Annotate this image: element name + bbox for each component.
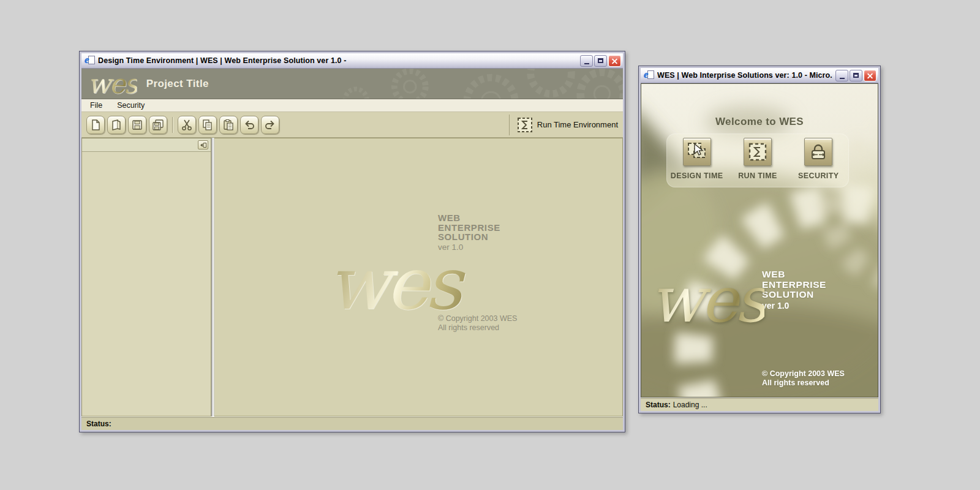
toolbar: Run Time Environment (81, 112, 623, 138)
maximize-icon (853, 73, 859, 78)
redo-icon (264, 119, 276, 131)
redo-button[interactable] (261, 116, 279, 134)
status-label: Status: (86, 420, 111, 428)
cut-button[interactable] (178, 116, 196, 134)
minimize-button[interactable] (580, 55, 593, 67)
design-time-launcher: DESIGN TIME (668, 138, 726, 180)
design-time-window: e Design Time Environment | WES | Web En… (79, 51, 625, 432)
brand-wordmark: WEB ENTERPRISE SOLUTION (762, 270, 826, 300)
minimize-button[interactable] (835, 70, 848, 81)
paste-button[interactable] (219, 116, 238, 134)
design-time-label: DESIGN TIME (671, 172, 723, 180)
explorer-sidebar (81, 138, 211, 417)
welcome-window-titlebar[interactable]: e WES | Web Interprise Solutions ver: 1.… (641, 68, 878, 83)
collapse-panel-button[interactable] (198, 140, 208, 149)
brand-wordmark: WEB ENTERPRISE SOLUTION (438, 213, 536, 242)
copy-icon (202, 119, 214, 131)
project-title: Project Title (146, 78, 209, 90)
undo-icon (243, 119, 255, 131)
design-time-icon (687, 141, 707, 162)
status-label: Status: (646, 401, 671, 409)
new-document-icon (89, 119, 102, 131)
run-time-launcher: RUN TIME (728, 138, 787, 180)
save-all-icon (152, 119, 164, 131)
sidebar-body (82, 152, 211, 416)
save-icon (131, 119, 143, 131)
save-button[interactable] (128, 116, 146, 134)
splash-photo-area: Welcome to WES DESIGN TIME (641, 83, 878, 398)
run-time-label: RUN TIME (738, 172, 777, 180)
workspace: WEB ENTERPRISE SOLUTION ver 1.0 wes © Co… (81, 138, 623, 417)
welcome-window: e WES | Web Interprise Solutions ver: 1.… (638, 66, 881, 413)
undo-button[interactable] (240, 116, 258, 134)
close-button[interactable] (608, 55, 621, 67)
runtime-environment-label: Run Time Environment (537, 120, 618, 129)
copy-button[interactable] (198, 116, 217, 134)
menu-file[interactable]: File (90, 101, 102, 110)
maximize-button[interactable] (594, 55, 607, 67)
center-brand-block: WEB ENTERPRISE SOLUTION ver 1.0 wes © Co… (328, 213, 536, 333)
new-document-button[interactable] (86, 116, 105, 134)
copyright-text: © Copyright 2003 WES All rights reserved (762, 369, 845, 388)
run-time-icon (517, 117, 533, 133)
ie-browser-icon: e (644, 70, 654, 80)
run-time-icon (747, 141, 768, 162)
collapse-panel-icon (200, 143, 203, 147)
app-banner: wes Project Title (81, 69, 623, 99)
status-value: Loading ... (673, 401, 707, 409)
save-all-button[interactable] (149, 116, 167, 134)
welcome-status-bar: Status: Loading ... (641, 398, 878, 411)
runtime-environment-launcher[interactable]: Run Time Environment (509, 115, 618, 135)
welcome-window-title: WES | Web Interprise Solutions ver: 1.0 … (657, 71, 832, 80)
splash-brand-block: WEB ENTERPRISE SOLUTION ver 1.0 (762, 270, 826, 311)
toolbar-separator (172, 117, 173, 133)
security-launcher: SECURITY (789, 138, 848, 180)
ie-browser-icon: e (85, 56, 95, 66)
wes-banner-logo: wes (88, 73, 137, 95)
design-time-button[interactable] (683, 138, 711, 166)
close-button[interactable] (864, 70, 876, 81)
security-lock-icon (808, 141, 829, 162)
open-document-button[interactable] (107, 116, 126, 134)
design-window-titlebar[interactable]: e Design Time Environment | WES | Web En… (81, 53, 623, 69)
minimize-icon (584, 63, 589, 64)
maximize-icon (598, 58, 603, 63)
maximize-button[interactable] (850, 70, 862, 81)
wes-splash-logo: wes (650, 274, 764, 325)
menu-security[interactable]: Security (117, 101, 145, 110)
brand-version: ver 1.0 (762, 301, 826, 311)
gear-photo-decoration (641, 84, 878, 398)
wes-main-logo: wes (328, 254, 536, 314)
menu-bar: File Security (81, 99, 623, 112)
design-window-title: Design Time Environment | WES | Web Ente… (98, 56, 577, 65)
welcome-heading: Welcome to WES (641, 116, 878, 128)
main-canvas: WEB ENTERPRISE SOLUTION ver 1.0 wes © Co… (214, 138, 623, 417)
open-document-icon (110, 119, 123, 131)
design-status-bar: Status: (81, 417, 623, 430)
security-label: SECURITY (798, 172, 839, 180)
minimize-icon (840, 78, 845, 79)
paste-icon (222, 119, 235, 131)
sidebar-header (82, 138, 211, 152)
cut-icon (181, 119, 193, 131)
gear-pattern-decoration (335, 69, 623, 99)
security-button[interactable] (804, 138, 832, 166)
run-time-button[interactable] (744, 138, 772, 166)
